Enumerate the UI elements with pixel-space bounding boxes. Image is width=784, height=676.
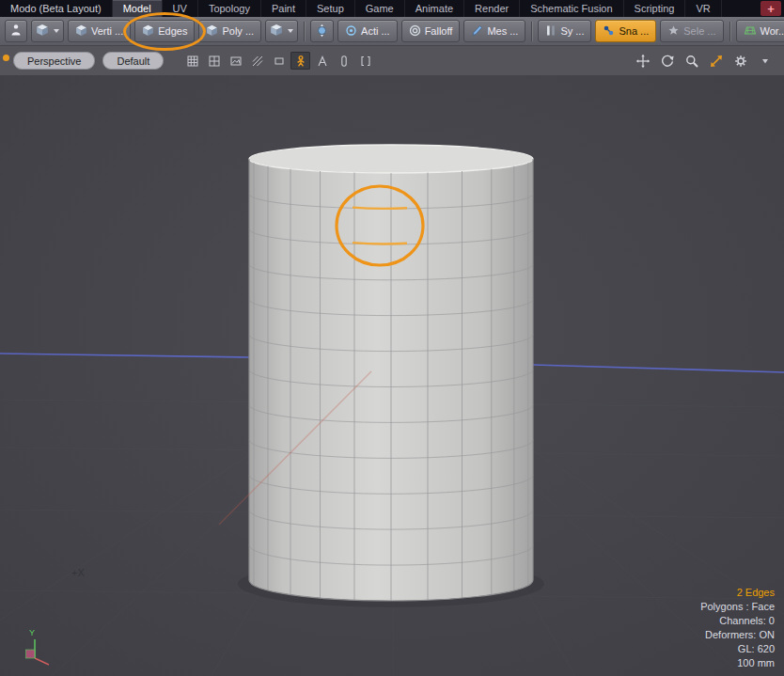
chevron-down-icon bbox=[288, 29, 293, 33]
backdrop-image-icon[interactable] bbox=[226, 52, 245, 70]
tab-paint[interactable]: Paint bbox=[261, 0, 306, 17]
snapping-icon bbox=[603, 24, 615, 39]
tab-scripting[interactable]: Scripting bbox=[624, 0, 686, 17]
edges-button-wrapper: Edges bbox=[134, 20, 195, 42]
viewport-menu-arrow-icon[interactable] bbox=[755, 52, 775, 70]
tab-uv[interactable]: UV bbox=[163, 0, 198, 17]
snapping-label: Sna ... bbox=[619, 25, 649, 37]
chevron-down-icon bbox=[54, 29, 59, 33]
tab-modo-beta-layout[interactable]: Modo (Beta Layout) bbox=[0, 0, 113, 17]
action-center-icon bbox=[345, 24, 357, 39]
toolbar-separator bbox=[531, 22, 532, 41]
symmetry-label: Sy ... bbox=[560, 25, 584, 37]
main-toolbar: Verti ... Edges Poly ... Acti ... bbox=[0, 17, 784, 46]
figure-toggle-icon[interactable] bbox=[312, 52, 332, 70]
projection-label: Perspective bbox=[27, 55, 81, 67]
grid-toggle-icon[interactable] bbox=[182, 52, 202, 70]
status-deformers: Deformers: ON bbox=[700, 628, 775, 642]
cube-icon bbox=[75, 24, 87, 39]
polygons-mode-button[interactable]: Poly ... bbox=[198, 20, 261, 42]
select-through-button[interactable]: Sele ... bbox=[660, 20, 723, 42]
hatch-toggle-icon[interactable] bbox=[247, 52, 267, 70]
frame-toggle-icon[interactable] bbox=[269, 52, 289, 70]
maximize-icon[interactable] bbox=[706, 52, 726, 70]
cube-icon bbox=[206, 24, 218, 39]
tab-topology[interactable]: Topology bbox=[198, 0, 261, 17]
workplane-button[interactable]: Wor... bbox=[736, 20, 784, 42]
tab-animate[interactable]: Animate bbox=[405, 0, 464, 17]
symmetry-button[interactable]: Sy ... bbox=[538, 20, 591, 42]
mesh-constraint-button[interactable]: Mes ... bbox=[463, 20, 525, 42]
viewport-nav-group bbox=[633, 52, 775, 70]
item-mode-dropdown-button[interactable] bbox=[265, 20, 298, 42]
falloff-icon bbox=[409, 24, 421, 39]
select-through-label: Sele ... bbox=[683, 25, 715, 37]
pan-icon[interactable] bbox=[633, 52, 652, 70]
tab-game[interactable]: Game bbox=[355, 0, 405, 17]
viewport-state-dot bbox=[3, 55, 9, 61]
viewport-3d[interactable]: +X Y 2 Edges Polygons : Face Channels: 0… bbox=[0, 75, 784, 676]
polygons-label: Poly ... bbox=[222, 25, 254, 37]
projection-dropdown[interactable]: Perspective bbox=[13, 52, 95, 70]
pen-icon bbox=[471, 24, 483, 39]
tab-bar-spacer bbox=[722, 0, 760, 17]
workplane-icon bbox=[744, 24, 757, 39]
mesh-constraint-label: Mes ... bbox=[487, 25, 518, 37]
edges-label: Edges bbox=[158, 25, 187, 37]
zoom-icon[interactable] bbox=[682, 52, 701, 70]
falloff-label: Falloff bbox=[425, 25, 453, 37]
tab-render[interactable]: Render bbox=[464, 0, 520, 17]
cube-icon bbox=[270, 24, 283, 39]
cube-icon bbox=[36, 24, 49, 39]
symmetry-icon bbox=[545, 24, 557, 39]
capsule-toggle-icon[interactable] bbox=[334, 52, 353, 70]
shading-label: Default bbox=[117, 55, 149, 67]
settings-gear-icon[interactable] bbox=[730, 52, 750, 70]
advanced-viewport-icon[interactable] bbox=[290, 52, 310, 70]
toolbar-separator bbox=[304, 22, 305, 41]
cylinder-mesh[interactable] bbox=[249, 145, 533, 601]
quad-view-icon[interactable] bbox=[204, 52, 224, 70]
tab-schematic-fusion[interactable]: Schematic Fusion bbox=[520, 0, 623, 17]
vertices-label: Verti ... bbox=[91, 25, 123, 37]
orbit-icon[interactable] bbox=[657, 52, 677, 70]
items-mode-button[interactable] bbox=[31, 20, 64, 42]
status-channels: Channels: 0 bbox=[700, 614, 775, 628]
tab-vr[interactable]: VR bbox=[685, 0, 721, 17]
auto-select-button[interactable] bbox=[5, 20, 27, 42]
person-icon bbox=[9, 24, 23, 39]
axis-hint-label: +X bbox=[71, 567, 85, 578]
snapping-button[interactable]: Sna ... bbox=[595, 20, 656, 42]
action-center-button[interactable]: Acti ... bbox=[337, 20, 398, 42]
viewport-canvas[interactable]: +X Y bbox=[0, 75, 784, 676]
lasso-icon bbox=[667, 24, 680, 39]
tab-setup[interactable]: Setup bbox=[306, 0, 355, 17]
status-grid-size: 100 mm bbox=[700, 656, 775, 670]
shading-dropdown[interactable]: Default bbox=[102, 52, 164, 70]
vertices-mode-button[interactable]: Verti ... bbox=[68, 20, 131, 42]
gizmo-y-label: Y bbox=[29, 628, 35, 637]
tab-model[interactable]: Model bbox=[113, 0, 163, 17]
status-gl: GL: 620 bbox=[700, 642, 775, 656]
edges-mode-button[interactable]: Edges bbox=[134, 20, 195, 42]
toolbar-separator bbox=[729, 22, 730, 41]
viewport-toggle-strip bbox=[182, 52, 375, 70]
add-tab-button[interactable]: + bbox=[760, 1, 781, 16]
status-polygon-type: Polygons : Face bbox=[700, 600, 775, 614]
viewport-header: Perspective Default bbox=[0, 46, 784, 76]
status-selection-count: 2 Edges bbox=[700, 586, 775, 600]
cube-icon bbox=[142, 24, 154, 39]
sphere-arrows-icon bbox=[315, 24, 329, 39]
viewport-status-readout: 2 Edges Polygons : Face Channels: 0 Defo… bbox=[700, 586, 775, 670]
main-tab-bar: Modo (Beta Layout) Model UV Topology Pai… bbox=[0, 0, 784, 17]
bracket-toggle-icon[interactable] bbox=[355, 52, 375, 70]
action-center-label: Acti ... bbox=[361, 25, 390, 37]
center-mode-button[interactable] bbox=[310, 20, 334, 42]
falloff-button[interactable]: Falloff bbox=[401, 20, 461, 42]
workplane-label: Wor... bbox=[760, 25, 784, 37]
